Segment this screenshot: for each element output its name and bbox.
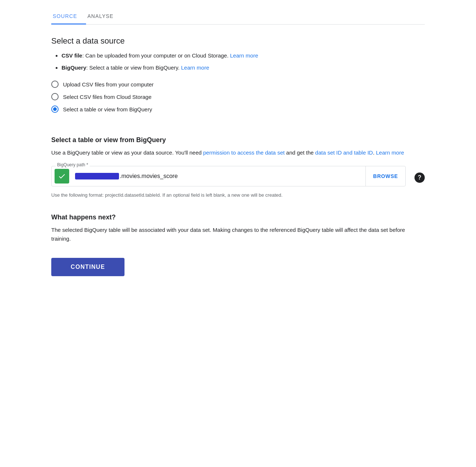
hint-text: Use the following format: projectId.data…: [51, 192, 425, 199]
bq-text: : Select a table or view from BigQuery.: [86, 64, 180, 71]
radio-upload-csv[interactable]: Upload CSV files from your computer: [51, 81, 425, 88]
continue-button[interactable]: CONTINUE: [51, 258, 124, 276]
csv-bold: CSV file: [62, 52, 82, 59]
list-item: CSV file: Can be uploaded from your comp…: [62, 52, 425, 60]
bq-section-learn-more[interactable]: Learn more: [376, 149, 404, 156]
desc-part2: and get the: [285, 149, 315, 156]
tab-bar: SOURCE ANALYSE: [51, 0, 425, 25]
path-text: .movies.movies_score: [72, 173, 365, 179]
what-happens-next-section: What happens next? The selected BigQuery…: [51, 214, 425, 243]
radio-circle-upload-csv: [51, 81, 59, 88]
redacted-project-id: [75, 173, 119, 179]
bigquery-description: Use a BigQuery table or view as your dat…: [51, 148, 425, 157]
check-icon: [55, 169, 69, 184]
bigquery-path-field: BigQuery path * .movies.movies_score BRO…: [51, 166, 406, 186]
tab-analyse[interactable]: ANALYSE: [86, 9, 122, 25]
page-title: Select a data source: [51, 36, 425, 46]
help-icon[interactable]: ?: [414, 173, 425, 183]
bq-learn-more-link[interactable]: Learn more: [181, 64, 209, 71]
info-list: CSV file: Can be uploaded from your comp…: [51, 52, 425, 72]
csv-learn-more-link[interactable]: Learn more: [230, 52, 258, 59]
radio-circle-cloud-csv: [51, 93, 59, 100]
browse-button[interactable]: BROWSE: [365, 166, 405, 186]
desc-part1: Use a BigQuery table or view as your dat…: [51, 149, 203, 156]
what-next-title: What happens next?: [51, 214, 425, 221]
csv-text: : Can be uploaded from your computer or …: [82, 52, 228, 59]
bigquery-path-input-wrapper[interactable]: .movies.movies_score BROWSE: [51, 166, 406, 186]
desc-part3: .: [373, 149, 374, 156]
field-label: BigQuery path *: [56, 162, 90, 167]
path-suffix: .movies.movies_score: [120, 173, 178, 179]
radio-label-bigquery: Select a table or view from BigQuery: [63, 106, 152, 112]
permission-link[interactable]: permission to access the data set: [203, 149, 285, 156]
what-next-text: The selected BigQuery table will be asso…: [51, 226, 425, 243]
dataset-id-link[interactable]: data set ID and table ID: [315, 149, 373, 156]
radio-label-cloud-csv: Select CSV files from Cloud Storage: [63, 94, 152, 100]
list-item: BigQuery: Select a table or view from Bi…: [62, 64, 425, 72]
tab-source[interactable]: SOURCE: [51, 9, 86, 25]
radio-group: Upload CSV files from your computer Sele…: [51, 81, 425, 113]
radio-label-upload-csv: Upload CSV files from your computer: [63, 81, 154, 88]
bigquery-section-title: Select a table or view from BigQuery: [51, 136, 425, 144]
radio-cloud-csv[interactable]: Select CSV files from Cloud Storage: [51, 93, 425, 100]
bq-bold: BigQuery: [62, 64, 86, 71]
radio-bigquery[interactable]: Select a table or view from BigQuery: [51, 105, 425, 113]
radio-circle-bigquery: [51, 105, 59, 113]
bigquery-section: Select a table or view from BigQuery Use…: [51, 136, 425, 199]
